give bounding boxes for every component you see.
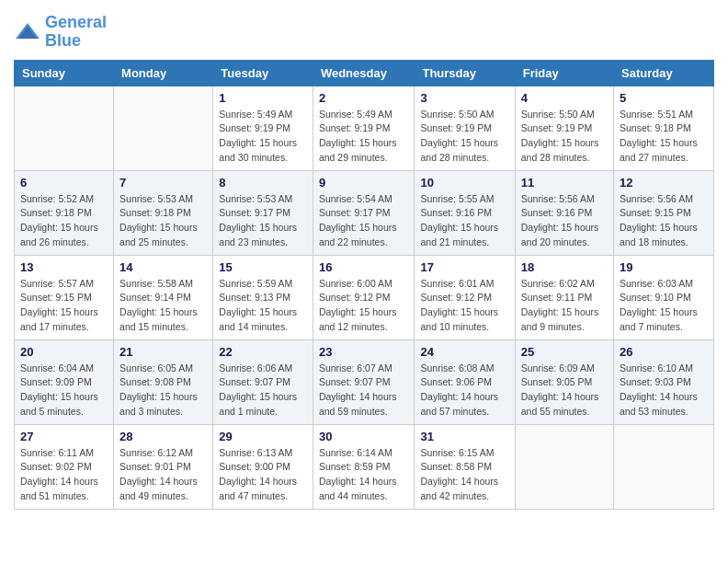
- weekday-header-sunday: Sunday: [15, 60, 114, 86]
- day-info: Sunrise: 6:02 AM Sunset: 9:11 PM Dayligh…: [521, 277, 608, 335]
- calendar-cell: [614, 424, 714, 509]
- day-number: 16: [319, 260, 409, 274]
- calendar-cell: 17Sunrise: 6:01 AM Sunset: 9:12 PM Dayli…: [415, 255, 515, 339]
- day-number: 8: [219, 176, 307, 190]
- day-info: Sunrise: 5:54 AM Sunset: 9:17 PM Dayligh…: [319, 192, 409, 250]
- day-info: Sunrise: 5:52 AM Sunset: 9:18 PM Dayligh…: [20, 192, 108, 250]
- day-number: 31: [420, 430, 508, 443]
- calendar-cell: 19Sunrise: 6:03 AM Sunset: 9:10 PM Dayli…: [614, 255, 714, 339]
- weekday-header-monday: Monday: [114, 60, 213, 86]
- logo-icon: [14, 18, 41, 46]
- calendar-cell: 27Sunrise: 6:11 AM Sunset: 9:02 PM Dayli…: [15, 424, 114, 509]
- calendar-cell: 22Sunrise: 6:06 AM Sunset: 9:07 PM Dayli…: [213, 339, 313, 424]
- day-info: Sunrise: 5:58 AM Sunset: 9:14 PM Dayligh…: [119, 277, 207, 335]
- day-info: Sunrise: 6:14 AM Sunset: 8:59 PM Dayligh…: [319, 446, 409, 504]
- weekday-header-friday: Friday: [515, 60, 613, 86]
- calendar-cell: 7Sunrise: 5:53 AM Sunset: 9:18 PM Daylig…: [114, 170, 213, 255]
- calendar-cell: 2Sunrise: 5:49 AM Sunset: 9:19 PM Daylig…: [313, 86, 415, 170]
- day-number: 17: [420, 260, 508, 274]
- calendar-cell: 26Sunrise: 6:10 AM Sunset: 9:03 PM Dayli…: [614, 339, 714, 424]
- calendar-cell: 14Sunrise: 5:58 AM Sunset: 9:14 PM Dayli…: [114, 255, 213, 339]
- day-number: 9: [319, 176, 409, 190]
- day-number: 4: [521, 91, 608, 105]
- day-info: Sunrise: 6:01 AM Sunset: 9:12 PM Dayligh…: [420, 277, 508, 335]
- day-info: Sunrise: 5:53 AM Sunset: 9:18 PM Dayligh…: [119, 192, 207, 250]
- weekday-header-row: SundayMondayTuesdayWednesdayThursdayFrid…: [15, 60, 714, 86]
- calendar-cell: 31Sunrise: 6:15 AM Sunset: 8:58 PM Dayli…: [415, 424, 515, 509]
- calendar-cell: 21Sunrise: 6:05 AM Sunset: 9:08 PM Dayli…: [114, 339, 213, 424]
- day-number: 23: [319, 345, 409, 359]
- day-number: 1: [219, 91, 307, 105]
- day-info: Sunrise: 5:56 AM Sunset: 9:16 PM Dayligh…: [521, 192, 608, 250]
- day-info: Sunrise: 6:03 AM Sunset: 9:10 PM Dayligh…: [620, 277, 708, 335]
- day-number: 18: [521, 260, 608, 274]
- calendar-cell: 9Sunrise: 5:54 AM Sunset: 9:17 PM Daylig…: [313, 170, 415, 255]
- day-info: Sunrise: 5:49 AM Sunset: 9:19 PM Dayligh…: [319, 108, 409, 166]
- day-info: Sunrise: 6:15 AM Sunset: 8:58 PM Dayligh…: [420, 446, 508, 504]
- day-info: Sunrise: 5:49 AM Sunset: 9:19 PM Dayligh…: [219, 108, 307, 166]
- day-info: Sunrise: 6:10 AM Sunset: 9:03 PM Dayligh…: [620, 362, 708, 419]
- day-info: Sunrise: 6:08 AM Sunset: 9:06 PM Dayligh…: [420, 362, 508, 419]
- day-number: 15: [219, 260, 307, 274]
- calendar-cell: [515, 424, 613, 509]
- day-info: Sunrise: 6:11 AM Sunset: 9:02 PM Dayligh…: [20, 446, 108, 504]
- day-info: Sunrise: 5:59 AM Sunset: 9:13 PM Dayligh…: [219, 277, 307, 335]
- calendar-cell: 29Sunrise: 6:13 AM Sunset: 9:00 PM Dayli…: [213, 424, 313, 509]
- day-info: Sunrise: 5:51 AM Sunset: 9:18 PM Dayligh…: [620, 108, 708, 166]
- calendar-cell: 28Sunrise: 6:12 AM Sunset: 9:01 PM Dayli…: [114, 424, 213, 509]
- calendar-cell: [15, 86, 114, 170]
- day-number: 28: [119, 430, 207, 443]
- day-info: Sunrise: 6:13 AM Sunset: 9:00 PM Dayligh…: [219, 446, 307, 504]
- day-number: 2: [319, 91, 409, 105]
- day-number: 26: [620, 345, 708, 359]
- day-info: Sunrise: 6:12 AM Sunset: 9:01 PM Dayligh…: [119, 446, 207, 504]
- calendar-cell: 16Sunrise: 6:00 AM Sunset: 9:12 PM Dayli…: [313, 255, 415, 339]
- logo: General Blue: [14, 14, 107, 51]
- day-number: 3: [420, 91, 508, 105]
- day-number: 27: [20, 430, 108, 443]
- day-number: 10: [420, 176, 508, 190]
- calendar-cell: 25Sunrise: 6:09 AM Sunset: 9:05 PM Dayli…: [515, 339, 613, 424]
- weekday-header-saturday: Saturday: [614, 60, 714, 86]
- calendar-cell: 13Sunrise: 5:57 AM Sunset: 9:15 PM Dayli…: [15, 255, 114, 339]
- day-number: 24: [420, 345, 508, 359]
- day-info: Sunrise: 6:06 AM Sunset: 9:07 PM Dayligh…: [219, 362, 307, 419]
- calendar-cell: 10Sunrise: 5:55 AM Sunset: 9:16 PM Dayli…: [415, 170, 515, 255]
- day-number: 14: [119, 260, 207, 274]
- calendar-cell: 30Sunrise: 6:14 AM Sunset: 8:59 PM Dayli…: [313, 424, 415, 509]
- day-number: 22: [219, 345, 307, 359]
- day-info: Sunrise: 6:09 AM Sunset: 9:05 PM Dayligh…: [521, 362, 608, 419]
- calendar-cell: [114, 86, 213, 170]
- calendar-week-4: 20Sunrise: 6:04 AM Sunset: 9:09 PM Dayli…: [15, 339, 714, 424]
- calendar-cell: 5Sunrise: 5:51 AM Sunset: 9:18 PM Daylig…: [614, 86, 714, 170]
- day-number: 6: [20, 176, 108, 190]
- calendar-cell: 6Sunrise: 5:52 AM Sunset: 9:18 PM Daylig…: [15, 170, 114, 255]
- calendar-week-2: 6Sunrise: 5:52 AM Sunset: 9:18 PM Daylig…: [15, 170, 714, 255]
- day-info: Sunrise: 6:05 AM Sunset: 9:08 PM Dayligh…: [119, 362, 207, 419]
- page-header: General Blue: [14, 14, 714, 51]
- day-info: Sunrise: 5:56 AM Sunset: 9:15 PM Dayligh…: [620, 192, 708, 250]
- day-info: Sunrise: 6:07 AM Sunset: 9:07 PM Dayligh…: [319, 362, 409, 419]
- day-number: 13: [20, 260, 108, 274]
- calendar-week-1: 1Sunrise: 5:49 AM Sunset: 9:19 PM Daylig…: [15, 86, 714, 170]
- calendar-cell: 20Sunrise: 6:04 AM Sunset: 9:09 PM Dayli…: [15, 339, 114, 424]
- calendar-table: SundayMondayTuesdayWednesdayThursdayFrid…: [14, 60, 714, 510]
- weekday-header-tuesday: Tuesday: [213, 60, 313, 86]
- calendar-cell: 4Sunrise: 5:50 AM Sunset: 9:19 PM Daylig…: [515, 86, 613, 170]
- day-info: Sunrise: 5:55 AM Sunset: 9:16 PM Dayligh…: [420, 192, 508, 250]
- calendar-cell: 1Sunrise: 5:49 AM Sunset: 9:19 PM Daylig…: [213, 86, 313, 170]
- day-number: 25: [521, 345, 608, 359]
- calendar-cell: 15Sunrise: 5:59 AM Sunset: 9:13 PM Dayli…: [213, 255, 313, 339]
- day-number: 19: [620, 260, 708, 274]
- day-info: Sunrise: 5:57 AM Sunset: 9:15 PM Dayligh…: [20, 277, 108, 335]
- day-number: 7: [119, 176, 207, 190]
- calendar-cell: 12Sunrise: 5:56 AM Sunset: 9:15 PM Dayli…: [614, 170, 714, 255]
- day-number: 29: [219, 430, 307, 443]
- weekday-header-wednesday: Wednesday: [313, 60, 415, 86]
- day-number: 20: [20, 345, 108, 359]
- day-number: 30: [319, 430, 409, 443]
- day-info: Sunrise: 6:04 AM Sunset: 9:09 PM Dayligh…: [20, 362, 108, 419]
- calendar-week-3: 13Sunrise: 5:57 AM Sunset: 9:15 PM Dayli…: [15, 255, 714, 339]
- logo-text: General Blue: [45, 14, 107, 51]
- day-info: Sunrise: 5:50 AM Sunset: 9:19 PM Dayligh…: [420, 108, 508, 166]
